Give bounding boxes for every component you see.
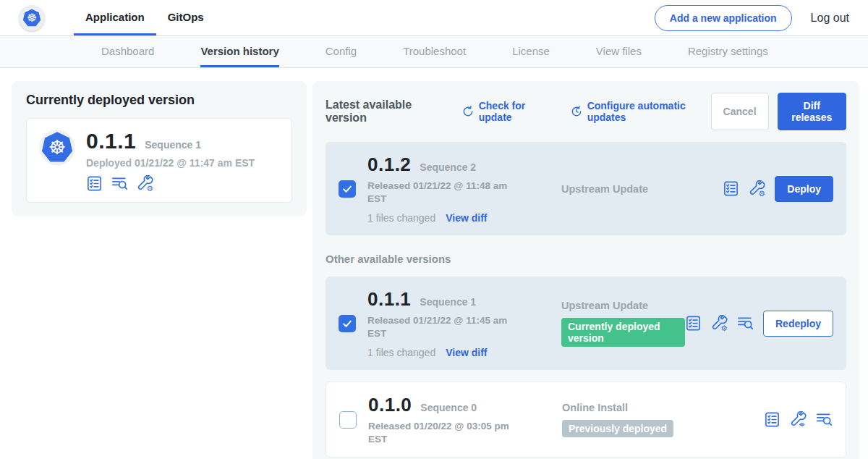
deployed-timestamp: Deployed 01/21/22 @ 11:47 am EST	[86, 157, 255, 169]
cancel-button[interactable]: Cancel	[711, 93, 769, 130]
refresh-icon	[461, 105, 475, 118]
check-icon	[341, 317, 354, 330]
check-for-update-link[interactable]: Check for update	[461, 100, 551, 123]
clock-refresh-icon	[570, 105, 583, 118]
deployed-version-number: 0.1.1	[86, 129, 136, 153]
logout-link[interactable]: Log out	[811, 12, 849, 25]
subnav-tab-view-files[interactable]: View files	[596, 36, 642, 67]
subnav-tab-license[interactable]: License	[512, 36, 550, 67]
kubernetes-logo	[19, 5, 45, 31]
subnav-label: Dashboard	[101, 45, 154, 57]
subnav-label: Registry settings	[688, 45, 768, 57]
release-notes-icon[interactable]	[685, 315, 702, 332]
check-icon	[341, 182, 354, 195]
configure-automatic-updates-link[interactable]: Configure automatic updates	[570, 100, 711, 123]
currently-deployed-title: Currently deployed version	[26, 93, 292, 108]
subnav-tab-dashboard[interactable]: Dashboard	[101, 36, 154, 67]
kubernetes-app-icon	[38, 129, 76, 167]
view-files-icon[interactable]	[111, 175, 128, 192]
add-new-application-button[interactable]: Add a new application	[655, 5, 792, 31]
version-source: Upstream Update	[561, 183, 723, 195]
redeploy-button[interactable]: Redeploy	[763, 311, 833, 337]
version-number: 0.1.2	[367, 153, 411, 176]
files-changed: 1 files changed	[367, 212, 435, 224]
tab-application[interactable]: Application	[74, 0, 156, 35]
view-files-icon[interactable]	[737, 315, 754, 332]
edit-config-icon[interactable]	[749, 180, 765, 197]
check-for-update-label: Check for update	[479, 100, 551, 123]
tab-gitops[interactable]: GitOps	[156, 0, 216, 35]
version-checkbox[interactable]	[339, 411, 357, 429]
deployed-version-card: 0.1.1 Sequence 1 Deployed 01/21/22 @ 11:…	[26, 118, 292, 203]
deploy-button[interactable]: Deploy	[775, 176, 833, 202]
released-timestamp: Released 01/20/22 @ 03:05 pm EST	[368, 420, 509, 445]
diff-releases-button[interactable]: Diff releases	[778, 93, 846, 130]
subnav-label: License	[512, 45, 550, 57]
currently-deployed-badge: Currently deployed version	[561, 318, 685, 347]
view-files-icon[interactable]	[816, 411, 833, 428]
edit-config-icon[interactable]	[711, 315, 728, 332]
latest-available-panel: Latest available version Check for updat…	[312, 81, 859, 459]
app-tabs: Application GitOps	[74, 0, 216, 35]
version-sequence: Sequence 0	[420, 402, 477, 413]
tab-application-label: Application	[85, 11, 145, 23]
edit-config-icon[interactable]	[137, 175, 153, 192]
tab-gitops-label: GitOps	[168, 11, 204, 23]
configure-automatic-updates-label: Configure automatic updates	[587, 100, 711, 123]
version-row-0-1-0: 0.1.0 Sequence 0 Released 01/20/22 @ 03:…	[326, 382, 846, 458]
subnav-label: View files	[596, 45, 642, 57]
files-changed: 1 files changed	[367, 347, 435, 358]
version-checkbox[interactable]	[339, 180, 356, 198]
subnav-tab-version-history[interactable]: Version history	[200, 36, 278, 67]
subnav-tab-config[interactable]: Config	[326, 36, 357, 67]
version-number: 0.1.0	[368, 394, 412, 416]
version-source: Online Install	[562, 402, 764, 413]
view-diff-link[interactable]: View diff	[446, 347, 487, 358]
currently-deployed-panel: Currently deployed version 0.1.1 Sequenc…	[12, 81, 307, 216]
release-notes-icon[interactable]	[764, 411, 780, 428]
version-row-0-1-2: 0.1.2 Sequence 2 Released 01/21/22 @ 11:…	[326, 142, 846, 235]
version-sequence: Sequence 2	[420, 161, 476, 173]
deployed-sequence: Sequence 1	[145, 139, 201, 151]
version-row-0-1-1: 0.1.1 Sequence 1 Released 01/21/22 @ 11:…	[326, 277, 846, 370]
released-timestamp: Released 01/21/22 @ 11:45 am EST	[367, 314, 509, 340]
previously-deployed-badge: Previously deployed	[562, 420, 673, 437]
latest-available-title: Latest available version	[326, 98, 443, 125]
view-config-icon[interactable]	[790, 411, 807, 428]
top-header: Application GitOps Add a new application…	[0, 0, 868, 36]
released-timestamp: Released 01/21/22 @ 11:48 am EST	[367, 180, 509, 205]
view-diff-link[interactable]: View diff	[446, 212, 487, 224]
other-available-versions-title: Other available versions	[326, 253, 846, 265]
version-source: Upstream Update	[561, 300, 685, 311]
app-subnav: Dashboard Version history Config Trouble…	[0, 36, 868, 68]
subnav-tab-registry-settings[interactable]: Registry settings	[688, 36, 768, 67]
subnav-label: Version history	[200, 45, 278, 57]
subnav-tab-troubleshoot[interactable]: Troubleshoot	[403, 36, 466, 67]
release-notes-icon[interactable]	[723, 180, 739, 197]
release-notes-icon[interactable]	[86, 175, 103, 192]
version-number: 0.1.1	[367, 288, 411, 311]
subnav-label: Config	[326, 45, 357, 57]
version-sequence: Sequence 1	[420, 296, 476, 308]
version-checkbox[interactable]	[339, 315, 356, 332]
subnav-label: Troubleshoot	[403, 45, 466, 57]
